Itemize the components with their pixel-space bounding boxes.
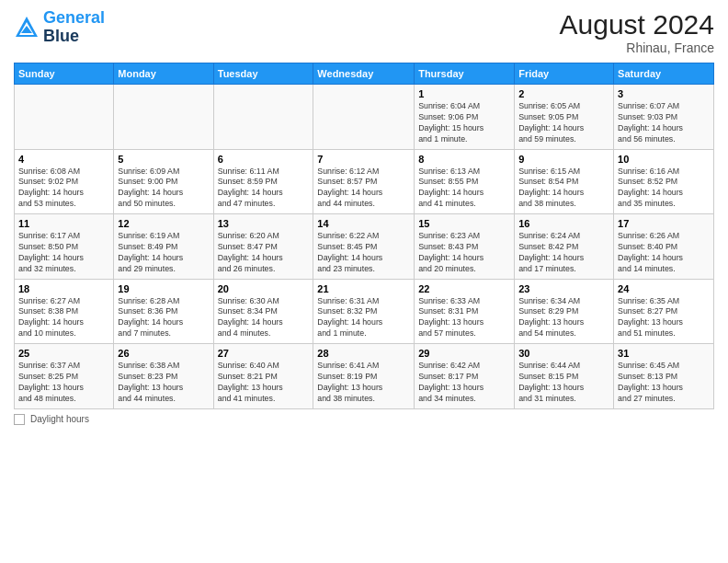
day-info: Sunrise: 6:08 AM Sunset: 9:02 PM Dayligh… (18, 167, 109, 211)
day-number: 5 (118, 154, 209, 165)
calendar-cell: 15Sunrise: 6:23 AM Sunset: 8:43 PM Dayli… (415, 214, 515, 280)
calendar-cell: 13Sunrise: 6:20 AM Sunset: 8:47 PM Dayli… (213, 214, 313, 280)
day-info: Sunrise: 6:23 AM Sunset: 8:43 PM Dayligh… (418, 231, 510, 275)
calendar-cell: 14Sunrise: 6:22 AM Sunset: 8:45 PM Dayli… (313, 214, 415, 280)
day-number: 16 (518, 218, 609, 229)
calendar-cell: 22Sunrise: 6:33 AM Sunset: 8:31 PM Dayli… (415, 279, 515, 344)
day-info: Sunrise: 6:31 AM Sunset: 8:32 PM Dayligh… (317, 296, 410, 340)
day-number: 25 (18, 348, 109, 359)
col-sunday: Sunday (15, 63, 114, 85)
calendar-week-row: 11Sunrise: 6:17 AM Sunset: 8:50 PM Dayli… (15, 214, 714, 280)
calendar-cell (15, 85, 114, 150)
day-info: Sunrise: 6:41 AM Sunset: 8:19 PM Dayligh… (317, 361, 410, 405)
day-number: 14 (317, 218, 410, 229)
day-info: Sunrise: 6:38 AM Sunset: 8:23 PM Dayligh… (118, 361, 209, 405)
day-number: 20 (218, 283, 310, 294)
day-number: 15 (418, 218, 510, 229)
col-wednesday: Wednesday (313, 63, 415, 85)
calendar-cell: 24Sunrise: 6:35 AM Sunset: 8:27 PM Dayli… (614, 279, 714, 344)
calendar-week-row: 1Sunrise: 6:04 AM Sunset: 9:06 PM Daylig… (15, 85, 714, 150)
col-monday: Monday (114, 63, 213, 85)
calendar-table: Sunday Monday Tuesday Wednesday Thursday… (14, 63, 714, 409)
day-number: 24 (618, 283, 710, 294)
day-info: Sunrise: 6:34 AM Sunset: 8:29 PM Dayligh… (518, 296, 609, 340)
calendar-cell: 27Sunrise: 6:40 AM Sunset: 8:21 PM Dayli… (213, 344, 313, 409)
calendar-cell: 29Sunrise: 6:42 AM Sunset: 8:17 PM Dayli… (415, 344, 515, 409)
day-info: Sunrise: 6:12 AM Sunset: 8:57 PM Dayligh… (317, 167, 410, 211)
day-number: 13 (218, 218, 310, 229)
calendar-cell: 4Sunrise: 6:08 AM Sunset: 9:02 PM Daylig… (15, 149, 114, 214)
page-container: General Blue August 2024 Rhinau, France … (0, 0, 728, 434)
calendar-cell: 30Sunrise: 6:44 AM Sunset: 8:15 PM Dayli… (515, 344, 614, 409)
day-number: 6 (218, 154, 310, 165)
day-number: 31 (618, 348, 710, 359)
day-info: Sunrise: 6:20 AM Sunset: 8:47 PM Dayligh… (218, 231, 310, 275)
calendar-header-row: Sunday Monday Tuesday Wednesday Thursday… (15, 63, 714, 85)
logo-icon (14, 15, 40, 40)
day-info: Sunrise: 6:17 AM Sunset: 8:50 PM Dayligh… (18, 231, 109, 275)
calendar-cell: 3Sunrise: 6:07 AM Sunset: 9:03 PM Daylig… (614, 85, 714, 150)
day-info: Sunrise: 6:09 AM Sunset: 9:00 PM Dayligh… (118, 167, 209, 211)
day-info: Sunrise: 6:15 AM Sunset: 8:54 PM Dayligh… (518, 167, 609, 211)
calendar-cell: 8Sunrise: 6:13 AM Sunset: 8:55 PM Daylig… (415, 149, 515, 214)
day-info: Sunrise: 6:07 AM Sunset: 9:03 PM Dayligh… (618, 101, 710, 145)
day-info: Sunrise: 6:33 AM Sunset: 8:31 PM Dayligh… (418, 296, 510, 340)
calendar-cell (213, 85, 313, 150)
day-number: 9 (518, 154, 609, 165)
calendar-cell: 28Sunrise: 6:41 AM Sunset: 8:19 PM Dayli… (313, 344, 415, 409)
calendar-cell: 31Sunrise: 6:45 AM Sunset: 8:13 PM Dayli… (614, 344, 714, 409)
day-info: Sunrise: 6:27 AM Sunset: 8:38 PM Dayligh… (18, 296, 109, 340)
day-number: 2 (518, 88, 609, 99)
day-number: 23 (518, 283, 609, 294)
day-info: Sunrise: 6:40 AM Sunset: 8:21 PM Dayligh… (218, 361, 310, 405)
page-header: General Blue August 2024 Rhinau, France (14, 9, 714, 55)
calendar-cell: 25Sunrise: 6:37 AM Sunset: 8:25 PM Dayli… (15, 344, 114, 409)
day-number: 1 (418, 88, 510, 99)
month-year-title: August 2024 (560, 9, 714, 40)
calendar-cell: 12Sunrise: 6:19 AM Sunset: 8:49 PM Dayli… (114, 214, 213, 280)
calendar-cell: 1Sunrise: 6:04 AM Sunset: 9:06 PM Daylig… (415, 85, 515, 150)
day-number: 12 (118, 218, 209, 229)
day-info: Sunrise: 6:16 AM Sunset: 8:52 PM Dayligh… (618, 167, 710, 211)
day-info: Sunrise: 6:26 AM Sunset: 8:40 PM Dayligh… (618, 231, 710, 275)
day-number: 10 (618, 154, 710, 165)
calendar-cell: 7Sunrise: 6:12 AM Sunset: 8:57 PM Daylig… (313, 149, 415, 214)
day-info: Sunrise: 6:35 AM Sunset: 8:27 PM Dayligh… (618, 296, 710, 340)
calendar-cell: 19Sunrise: 6:28 AM Sunset: 8:36 PM Dayli… (114, 279, 213, 344)
day-number: 8 (418, 154, 510, 165)
calendar-cell: 20Sunrise: 6:30 AM Sunset: 8:34 PM Dayli… (213, 279, 313, 344)
logo: General Blue (14, 9, 105, 46)
day-info: Sunrise: 6:05 AM Sunset: 9:05 PM Dayligh… (518, 101, 609, 145)
daylight-label: Daylight hours (30, 414, 89, 424)
day-number: 26 (118, 348, 209, 359)
col-saturday: Saturday (614, 63, 714, 85)
day-info: Sunrise: 6:37 AM Sunset: 8:25 PM Dayligh… (18, 361, 109, 405)
calendar-cell: 2Sunrise: 6:05 AM Sunset: 9:05 PM Daylig… (515, 85, 614, 150)
calendar-cell (313, 85, 415, 150)
calendar-cell: 26Sunrise: 6:38 AM Sunset: 8:23 PM Dayli… (114, 344, 213, 409)
day-info: Sunrise: 6:30 AM Sunset: 8:34 PM Dayligh… (218, 296, 310, 340)
day-info: Sunrise: 6:22 AM Sunset: 8:45 PM Dayligh… (317, 231, 410, 275)
calendar-week-row: 25Sunrise: 6:37 AM Sunset: 8:25 PM Dayli… (15, 344, 714, 409)
calendar-cell: 21Sunrise: 6:31 AM Sunset: 8:32 PM Dayli… (313, 279, 415, 344)
day-number: 30 (518, 348, 609, 359)
calendar-cell: 5Sunrise: 6:09 AM Sunset: 9:00 PM Daylig… (114, 149, 213, 214)
day-number: 21 (317, 283, 410, 294)
day-number: 3 (618, 88, 710, 99)
day-number: 19 (118, 283, 209, 294)
location-subtitle: Rhinau, France (560, 40, 714, 55)
calendar-cell: 10Sunrise: 6:16 AM Sunset: 8:52 PM Dayli… (614, 149, 714, 214)
calendar-cell: 11Sunrise: 6:17 AM Sunset: 8:50 PM Dayli… (15, 214, 114, 280)
calendar-cell: 6Sunrise: 6:11 AM Sunset: 8:59 PM Daylig… (213, 149, 313, 214)
calendar-cell: 16Sunrise: 6:24 AM Sunset: 8:42 PM Dayli… (515, 214, 614, 280)
day-info: Sunrise: 6:24 AM Sunset: 8:42 PM Dayligh… (518, 231, 609, 275)
title-area: August 2024 Rhinau, France (560, 9, 714, 55)
day-number: 28 (317, 348, 410, 359)
day-number: 7 (317, 154, 410, 165)
calendar-week-row: 18Sunrise: 6:27 AM Sunset: 8:38 PM Dayli… (15, 279, 714, 344)
day-number: 22 (418, 283, 510, 294)
footer-note: Daylight hours (14, 414, 714, 425)
day-info: Sunrise: 6:28 AM Sunset: 8:36 PM Dayligh… (118, 296, 209, 340)
day-number: 11 (18, 218, 109, 229)
day-info: Sunrise: 6:11 AM Sunset: 8:59 PM Dayligh… (218, 167, 310, 211)
